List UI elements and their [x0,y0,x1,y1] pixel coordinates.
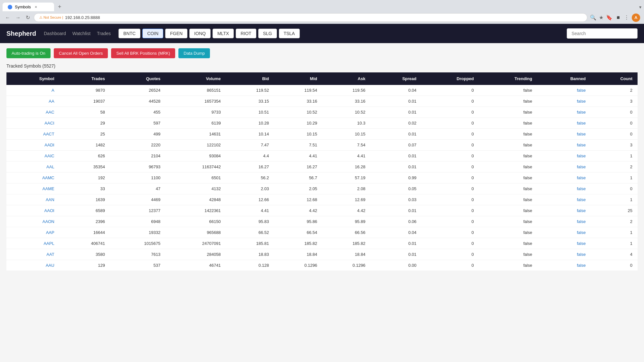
symbol-cell[interactable]: AAME [6,183,60,194]
zoom-icon[interactable]: 🔍 [590,14,596,21]
data-cell: false [479,85,537,96]
symbol-cell[interactable]: AAC [6,107,60,118]
data-cell: 3 [591,96,638,107]
data-cell: 0.01 [371,205,422,216]
data-cell: 2.08 [322,183,371,194]
data-cell: 0.03 [371,194,422,205]
data-cell: 0.1296 [274,260,322,271]
symbol-tab-slg[interactable]: SLG [258,29,277,38]
data-cell: 58 [60,107,110,118]
banned-cell[interactable]: false [537,260,591,271]
extensions-icon[interactable]: ◾ [615,14,621,21]
symbol-tab-mltx[interactable]: MLTX [213,29,234,38]
address-input[interactable]: ⚠ Not Secure | 192.168.0.25:8888 [34,13,587,22]
banned-cell[interactable]: false [537,183,591,194]
data-cell: false [479,238,537,249]
auto-trading-button[interactable]: Auto-trading is On [6,48,51,58]
symbol-cell[interactable]: AAON [6,216,60,227]
data-cell: 4.41 [274,151,322,162]
col-spread: Spread [371,72,422,85]
symbol-cell[interactable]: AACI [6,118,60,129]
banned-cell[interactable]: false [537,129,591,140]
banned-cell[interactable]: false [537,107,591,118]
tab-close-button[interactable]: × [35,5,37,9]
symbol-cell[interactable]: AADI [6,140,60,151]
data-cell: 2 [591,216,638,227]
data-cell: 96793 [110,162,166,172]
profile-avatar[interactable]: A [632,14,640,22]
symbol-tab-ionq[interactable]: IONQ [189,29,211,38]
data-cell: 1657354 [166,96,226,107]
data-cell: 14631 [166,129,226,140]
data-cell: 0 [591,118,638,129]
new-tab-button[interactable]: + [55,4,64,10]
data-cell: 1 [591,172,638,183]
data-cell: 66.54 [274,227,322,238]
symbol-cell[interactable]: AAPL [6,238,60,249]
tab-more-button[interactable]: ▾ [639,5,641,10]
banned-cell[interactable]: false [537,216,591,227]
banned-cell[interactable]: false [537,85,591,96]
table-row: AAC58455973310.5110.5210.520.010falsefal… [6,107,638,118]
symbol-cell[interactable]: AAU [6,260,60,271]
sell-positions-button[interactable]: Sell All BRK Positions (MRK) [111,48,175,58]
banned-cell[interactable]: false [537,238,591,249]
cancel-orders-button[interactable]: Cancel All Open Orders [54,48,108,58]
data-cell: 0 [421,85,479,96]
data-dump-button[interactable]: Data Dump [178,48,210,58]
symbols-table: Symbol Trades Quotes Volume Bid Mid Ask … [6,72,638,271]
banned-cell[interactable]: false [537,96,591,107]
symbol-cell[interactable]: AAT [6,249,60,260]
search-input[interactable] [567,28,638,39]
banned-cell[interactable]: false [537,140,591,151]
symbol-cell[interactable]: AAP [6,227,60,238]
menu-icon[interactable]: ⋮ [624,14,629,21]
data-cell: 35354 [60,162,110,172]
symbol-cell[interactable]: A [6,85,60,96]
data-cell: 4 [591,249,638,260]
tab-label: Symbols [15,5,31,9]
banned-cell[interactable]: false [537,118,591,129]
banned-cell[interactable]: false [537,194,591,205]
symbol-tab-fgen[interactable]: FGEN [165,29,187,38]
symbol-tab-coin[interactable]: COIN [142,29,163,38]
data-cell: 66150 [166,216,226,227]
banned-cell[interactable]: false [537,205,591,216]
banned-cell[interactable]: false [537,249,591,260]
banned-cell[interactable]: false [537,172,591,183]
table-row: AAN163944694284812.6612.6812.690.030fals… [6,194,638,205]
data-cell: 0 [421,227,479,238]
reload-button[interactable]: ↻ [24,13,31,22]
symbol-cell[interactable]: AAMC [6,172,60,183]
symbol-cell[interactable]: AAIC [6,151,60,162]
symbol-tab-riot[interactable]: RIOT [236,29,256,38]
active-tab[interactable]: Symbols × [3,3,54,11]
symbol-cell[interactable]: AA [6,96,60,107]
tab-bar: Symbols × + ▾ [0,0,644,11]
nav-trades[interactable]: Trades [97,31,111,36]
nav-dashboard[interactable]: Dashboard [44,31,66,36]
back-button[interactable]: ← [4,14,12,22]
tracked-symbols-title: Tracked Symbols (5527) [6,63,638,69]
bookmark-icon[interactable]: ★ [599,14,603,21]
data-cell: 4.41 [226,205,274,216]
symbol-cell[interactable]: AAN [6,194,60,205]
nav-watchlist[interactable]: Watchlist [72,31,90,36]
symbol-tab-bntc[interactable]: BNTC [118,29,140,38]
banned-cell[interactable]: false [537,227,591,238]
data-cell: 0 [421,238,479,249]
symbol-cell[interactable]: AAOI [6,205,60,216]
data-cell: 2396 [60,216,110,227]
banned-cell[interactable]: false [537,151,591,162]
toolbar-icons: 🔍 ★ 🔖 ◾ ⋮ A [590,14,640,22]
symbol-cell[interactable]: AAL [6,162,60,172]
symbol-tab-tsla[interactable]: TSLA [279,29,300,38]
banned-cell[interactable]: false [537,162,591,172]
data-cell: false [479,205,537,216]
data-cell: 965688 [166,227,226,238]
forward-button[interactable]: → [14,14,22,22]
data-cell: 2.05 [274,183,322,194]
data-cell: 3580 [60,249,110,260]
bookmark-add-icon[interactable]: 🔖 [606,14,612,21]
symbol-cell[interactable]: AACT [6,129,60,140]
